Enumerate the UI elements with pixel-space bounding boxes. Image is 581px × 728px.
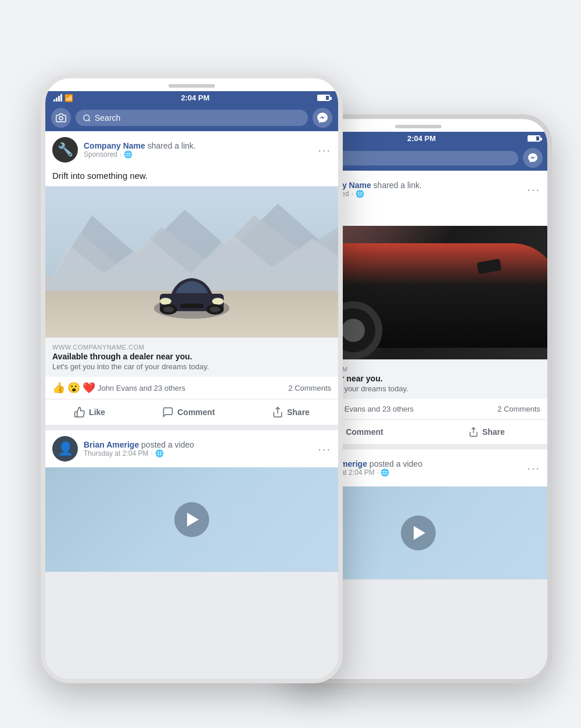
like-btn-front[interactable]: Like — [64, 402, 114, 423]
messenger-btn-front[interactable] — [313, 108, 332, 128]
svg-point-11 — [160, 298, 171, 305]
search-bar-front[interactable]: Search — [76, 110, 308, 126]
more-options2-back[interactable]: ··· — [527, 462, 540, 475]
post-author-front: Company Name shared a link. — [84, 141, 196, 150]
wheel-hub — [342, 319, 365, 342]
post-card-front-1: 🔧 Company Name shared a link. Sponsored … — [45, 131, 338, 426]
play-triangle-back — [414, 526, 425, 540]
company-avatar-front: 🔧 — [52, 137, 78, 163]
play-button-front[interactable] — [174, 502, 209, 537]
svg-rect-13 — [180, 304, 203, 308]
signal-bars-front — [53, 94, 62, 102]
play-triangle-front — [187, 513, 199, 527]
author2-name-front: Brian Amerige — [84, 440, 139, 449]
share-label: Share — [287, 408, 310, 417]
post-header-front: 🔧 Company Name shared a link. Sponsored … — [45, 131, 338, 168]
post-header2-left-front: 👤 Brian Amerige posted a video Thursday … — [52, 436, 194, 462]
sponsored-text-front: Sponsored — [84, 150, 117, 158]
battery-icon-front — [317, 95, 330, 101]
heart-emoji-front: ❤️ — [83, 381, 95, 394]
svg-point-17 — [210, 307, 220, 312]
post-author2-front: Brian Amerige posted a video — [84, 440, 194, 449]
dot-sep-back: · — [352, 190, 353, 198]
share-btn-back[interactable]: Share — [459, 422, 514, 442]
car-scene-front — [45, 186, 338, 337]
search-icon-front — [83, 114, 91, 122]
svg-line-5 — [88, 120, 90, 121]
camera-btn[interactable] — [51, 108, 71, 128]
dot-sep-front: · — [120, 150, 121, 158]
signal-bar-f2 — [56, 98, 58, 102]
like-emoji-front: 👍 — [52, 381, 65, 394]
post-meta2-front: Brian Amerige posted a video Thursday at… — [84, 440, 194, 457]
dot-sep2-front: · — [150, 449, 152, 457]
front-time: 2:04 PM — [181, 93, 209, 102]
share-btn-front[interactable]: Share — [263, 402, 319, 423]
link-url-front: WWW.COMPANYNAME.COM — [52, 344, 331, 351]
globe-icon2-front: 🌐 — [155, 449, 164, 457]
svg-point-4 — [84, 114, 89, 120]
post-header2-front: 👤 Brian Amerige posted a video Thursday … — [45, 430, 338, 467]
author2-avatar-front: 👤 — [52, 436, 78, 462]
signal-bar-f1 — [53, 99, 55, 102]
post-sub-front: Sponsored · 🌐 — [84, 150, 196, 158]
back-time: 2:04 PM — [407, 134, 436, 143]
phone-front-speaker — [168, 84, 215, 88]
battery-fill-front — [318, 96, 327, 100]
post-image-front — [45, 186, 338, 337]
signal-bar-f4 — [60, 94, 62, 102]
comments-count-back: 2 Comments — [497, 405, 540, 413]
reactions-bar-front: 👍 😮 ❤️ John Evans and 23 others 2 Commen… — [45, 377, 338, 399]
company-name-front: Company Name — [84, 141, 145, 150]
post-sub2-front: Thursday at 2:04 PM · 🌐 — [84, 449, 194, 457]
globe-icon-back: 🌐 — [356, 190, 364, 198]
comments-count-front: 2 Comments — [288, 384, 331, 392]
svg-point-12 — [212, 298, 224, 305]
post-text-front: Drift into something new. — [45, 168, 338, 186]
reactions-count-back: n Evans and 23 others — [338, 405, 414, 413]
dot-sep2-back: · 🌐 — [377, 468, 390, 477]
reaction-emojis-front: 👍 😮 ❤️ John Evans and 23 others — [52, 381, 185, 394]
post-action-front: shared a link. — [148, 141, 196, 150]
battery-fill-back — [529, 136, 537, 140]
nav-bar-front: Search — [45, 104, 338, 131]
globe-icon-front: 🌐 — [124, 150, 132, 158]
post-header-left-front: 🔧 Company Name shared a link. Sponsored … — [52, 137, 196, 163]
play-button-back[interactable] — [401, 516, 436, 550]
like-label: Like — [89, 408, 105, 417]
post-action2-front: posted a video — [141, 440, 194, 449]
phone-back-speaker — [395, 125, 442, 128]
feed-front: 🔧 Company Name shared a link. Sponsored … — [45, 131, 338, 679]
phone-front: 📶 2:04 PM Search — [41, 74, 343, 683]
link-title-front: Available through a dealer near you. — [52, 352, 331, 361]
signal-icons-front: 📶 — [53, 94, 73, 102]
reactions-count-front: John Evans and 23 others — [98, 384, 185, 392]
more-options-front[interactable]: ··· — [318, 143, 331, 157]
link-preview-front: WWW.COMPANYNAME.COM Available through a … — [45, 337, 338, 377]
search-placeholder-front: Search — [95, 113, 120, 122]
post-action-back: shared a link. — [374, 181, 422, 190]
wow-emoji-front: 😮 — [67, 381, 80, 394]
battery-icon-back — [528, 135, 540, 142]
post-time2-front: Thursday at 2:04 PM — [84, 449, 148, 457]
signal-bar-f3 — [58, 96, 60, 102]
post-card-front-2: 👤 Brian Amerige posted a video Thursday … — [45, 430, 338, 572]
comment-label: Comment — [177, 408, 215, 417]
video-thumbnail-front[interactable] — [45, 467, 338, 572]
comment-btn-front[interactable]: Comment — [153, 402, 224, 423]
link-desc-front: Let's get you into the car of your dream… — [52, 362, 331, 371]
more-options-back[interactable]: ··· — [527, 183, 540, 196]
more-options2-front[interactable]: ··· — [318, 442, 331, 456]
wifi-icon-front: 📶 — [64, 94, 73, 102]
post-meta-front: Company Name shared a link. Sponsored · … — [84, 141, 196, 158]
status-bar-front: 📶 2:04 PM — [45, 91, 338, 104]
post-action2-back: posted a video — [370, 459, 422, 468]
svg-point-3 — [59, 117, 63, 120]
svg-point-15 — [163, 307, 174, 312]
action-buttons-front: Like Comment Share — [45, 399, 338, 426]
car-svg — [151, 268, 232, 320]
messenger-btn-back[interactable] — [523, 148, 543, 168]
